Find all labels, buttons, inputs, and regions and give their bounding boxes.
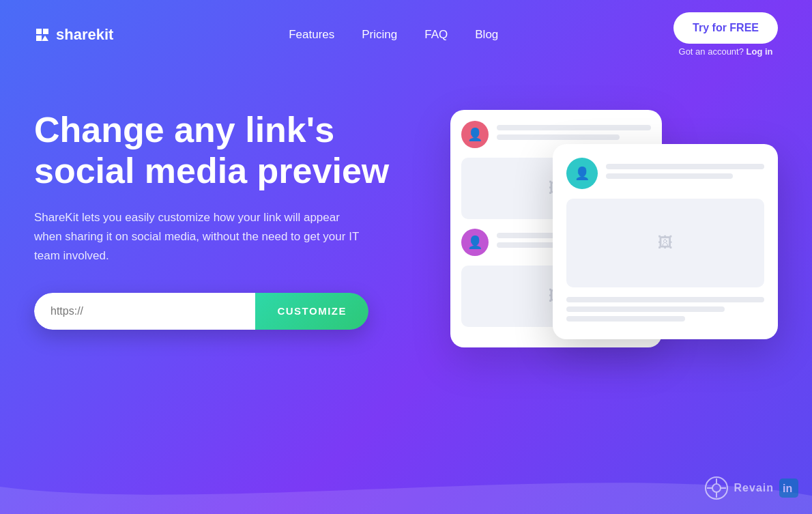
nav-blog[interactable]: Blog [475,28,498,42]
nav-cta: Try for FREE Got an account? Log in [673,12,778,57]
brand-name: sharekit [56,26,113,44]
avatar-1: 👤 [461,121,489,148]
url-input-bar: CUSTOMIZE [34,293,368,330]
hero-section: Change any link's social media preview S… [0,69,812,472]
try-free-button[interactable]: Try for FREE [673,12,778,44]
revain-logo-icon [704,476,729,500]
nav-features[interactable]: Features [289,28,334,42]
post-row-front: 👤 [566,158,764,189]
login-link[interactable]: Log in [746,46,773,57]
mockup-card-front: 👤 🖼 [553,144,778,339]
nav-pricing[interactable]: Pricing [362,28,397,42]
svg-point-1 [712,484,721,492]
url-input[interactable] [34,293,255,330]
linkedin-icon: in [779,479,798,498]
revain-text: Revain [734,482,774,494]
avatar-2: 👤 [461,229,489,256]
nav-faq[interactable]: FAQ [424,28,448,42]
hero-left: Change any link's social media preview S… [34,89,444,330]
customize-button[interactable]: CUSTOMIZE [255,293,368,330]
watermark: Revain in [704,476,798,500]
svg-text:in: in [783,483,792,494]
logo-icon [34,27,50,43]
nav-links: Features Pricing FAQ Blog [289,28,498,42]
login-prompt: Got an account? Log in [679,46,773,57]
hero-description: ShareKit lets you easily customize how y… [34,208,362,266]
logo[interactable]: sharekit [34,26,113,44]
navbar: sharekit Features Pricing FAQ Blog Try f… [0,0,812,69]
image-placeholder-front: 🖼 [566,199,764,287]
hero-mockup: 👤 🖼 👤 🖼 [444,89,779,472]
hero-title: Change any link's social media preview [34,110,444,192]
avatar-front: 👤 [566,158,598,189]
image-icon-front: 🖼 [658,234,673,252]
wave-decoration [0,459,812,514]
